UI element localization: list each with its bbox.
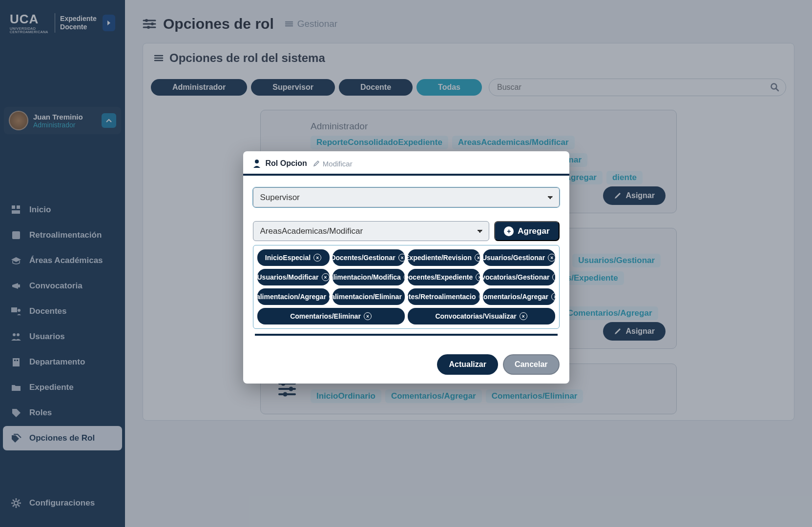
chip[interactable]: Comentarios/Agregar× bbox=[483, 288, 555, 305]
modal-overlay: Rol Opcion Modificar Supervisor AreasAca… bbox=[0, 0, 812, 527]
chip[interactable]: Usuarios/Modificar× bbox=[257, 269, 330, 285]
modal-divider bbox=[255, 334, 558, 340]
svg-point-47 bbox=[255, 160, 259, 163]
chip[interactable]: Comentarios/Eliminar× bbox=[257, 308, 405, 324]
chip[interactable]: Docentes/Expediente× bbox=[408, 269, 480, 285]
chips: InicioEspecial×Docentes/Gestionar×Expedi… bbox=[253, 245, 560, 329]
update-button[interactable]: Actualizar bbox=[437, 354, 498, 375]
chip[interactable]: Usuarios/Gestionar× bbox=[483, 249, 555, 266]
close-icon[interactable]: × bbox=[520, 312, 527, 320]
close-icon[interactable]: × bbox=[476, 273, 479, 281]
modal-footer: Actualizar Cancelar bbox=[243, 347, 569, 384]
chip[interactable]: roalimentacion/Agregar× bbox=[257, 288, 330, 305]
add-row: AreasAcademicas/Modificar + Agregar bbox=[253, 221, 560, 241]
close-icon[interactable]: × bbox=[551, 293, 555, 301]
close-icon[interactable]: × bbox=[404, 273, 405, 281]
close-icon[interactable]: × bbox=[364, 312, 372, 320]
close-icon[interactable]: × bbox=[548, 254, 555, 262]
person-icon bbox=[253, 159, 261, 168]
modal-body: Supervisor AreasAcademicas/Modificar + A… bbox=[243, 176, 569, 347]
modal: Rol Opcion Modificar Supervisor AreasAca… bbox=[243, 151, 569, 384]
role-select[interactable]: Supervisor bbox=[253, 187, 560, 207]
option-select[interactable]: AreasAcademicas/Modificar bbox=[253, 221, 490, 241]
close-icon[interactable]: × bbox=[398, 254, 405, 262]
chip[interactable]: oalimentacion/Modifica× bbox=[333, 269, 405, 285]
close-icon[interactable]: × bbox=[475, 254, 480, 262]
close-icon[interactable]: × bbox=[479, 293, 480, 301]
edit-icon bbox=[313, 160, 320, 167]
chip[interactable]: Expediente/Revision× bbox=[408, 249, 480, 266]
chip[interactable]: entes/Retroalimentacio× bbox=[408, 288, 480, 305]
add-button[interactable]: + Agregar bbox=[494, 221, 559, 241]
cancel-button[interactable]: Cancelar bbox=[503, 354, 560, 375]
close-icon[interactable]: × bbox=[552, 273, 555, 281]
chip[interactable]: roalimentacion/Eliminar× bbox=[333, 288, 405, 305]
close-icon[interactable]: × bbox=[313, 254, 321, 262]
close-icon[interactable]: × bbox=[322, 273, 330, 281]
plus-icon: + bbox=[504, 226, 514, 236]
modal-sub: Modificar bbox=[313, 160, 353, 168]
modal-header: Rol Opcion Modificar bbox=[243, 151, 569, 176]
chip[interactable]: Docentes/Gestionar× bbox=[333, 249, 405, 266]
chip[interactable]: InicioEspecial× bbox=[257, 249, 330, 266]
modal-title: Rol Opcion bbox=[266, 159, 307, 168]
chip[interactable]: Convocatorias/Visualizar× bbox=[408, 308, 555, 324]
chip[interactable]: nvocatorias/Gestionar× bbox=[483, 269, 555, 285]
